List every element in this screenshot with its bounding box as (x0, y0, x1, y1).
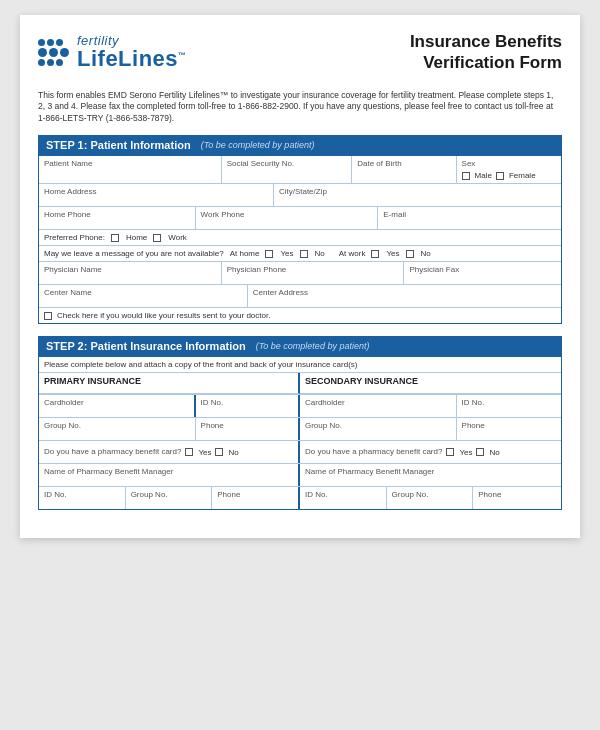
pri-pharmacy-yes-checkbox[interactable] (185, 448, 193, 456)
at-work-no-checkbox[interactable] (406, 250, 414, 258)
step2-completed-by: (To be completed by patient) (256, 341, 370, 351)
dot-icon (38, 59, 45, 66)
step2-title: STEP 2: Patient Insurance Information (46, 340, 246, 352)
form-row-center: Center Name Center Address (39, 285, 561, 308)
email-label: E-mail (383, 210, 556, 219)
physician-name-label: Physician Name (44, 265, 216, 274)
dot-icon (56, 39, 63, 46)
ins-col-headers: PRIMARY INSURANCE SECONDARY INSURANCE (39, 373, 561, 395)
dob-label: Date of Birth (357, 159, 450, 168)
pri-id-cell: ID No. (196, 395, 300, 417)
sec-pharmacy-yes-checkbox[interactable] (446, 448, 454, 456)
logo-dots (38, 39, 69, 66)
sec-pharmacy-no-checkbox[interactable] (476, 448, 484, 456)
sec-pharmacy-mgr-cell: Name of Pharmacy Benefit Manager (300, 464, 561, 486)
center-name-label: Center Name (44, 288, 242, 297)
sex-cell: Sex Male Female (457, 156, 561, 183)
ins-bottom-row: ID No. Group No. Phone ID No. Group No. … (39, 487, 561, 509)
sex-options: Male Female (462, 171, 556, 180)
logo-lifelines: LifeLines™ (77, 48, 187, 70)
sec-group-cell: Group No. (300, 418, 457, 440)
dot-icon (38, 48, 47, 57)
sec-phone2-cell: Phone (473, 487, 561, 509)
ins-note: Please complete below and attach a copy … (39, 357, 561, 373)
step1-title: STEP 1: Patient Information (46, 139, 191, 151)
dot-icon (49, 48, 58, 57)
dot-icon (56, 59, 63, 66)
pri-pharmacy-cell: Do you have a pharmacy benefit card? Yes… (39, 441, 300, 463)
dot-icon (60, 48, 69, 57)
header: fertility LifeLines™ Insurance Benefits … (38, 31, 562, 80)
pri-id2-cell: ID No. (39, 487, 126, 509)
send-results-row: Check here if you would like your result… (39, 308, 561, 323)
form-row-phone: Home Phone Work Phone E-mail (39, 207, 561, 230)
step2-header: STEP 2: Patient Insurance Information (T… (38, 336, 562, 356)
work-phone-label: Work Phone (201, 210, 373, 219)
step1-header: STEP 1: Patient Information (To be compl… (38, 135, 562, 155)
pri-group2-cell: Group No. (126, 487, 213, 509)
sex-label: Sex (462, 159, 556, 168)
dot-icon (38, 39, 45, 46)
patient-name-cell: Patient Name (39, 156, 222, 183)
city-state-zip-cell: City/State/Zip (274, 184, 561, 206)
ins-group-row: Group No. Phone Group No. Phone (39, 418, 561, 441)
intro-text: This form enables EMD Serono Fertility L… (38, 90, 562, 126)
pri-phone2-cell: Phone (212, 487, 300, 509)
ins-pharmacy-mgr-row: Name of Pharmacy Benefit Manager Name of… (39, 464, 561, 487)
sec-group2-cell: Group No. (387, 487, 474, 509)
center-address-cell: Center Address (248, 285, 561, 307)
primary-ins-header: PRIMARY INSURANCE (39, 373, 300, 394)
dot-icon (47, 39, 54, 46)
logo-area: fertility LifeLines™ (38, 34, 187, 70)
step1-completed-by: (To be completed by patient) (201, 140, 315, 150)
pri-cardholder-cell: Cardholder (39, 395, 196, 417)
center-address-label: Center Address (253, 288, 556, 297)
ins-cardholder-row: Cardholder ID No. Cardholder ID No. (39, 395, 561, 418)
ssn-cell: Social Security No. (222, 156, 353, 183)
secondary-ins-header: SECONDARY INSURANCE (300, 373, 561, 394)
physician-fax-cell: Physician Fax (404, 262, 561, 284)
home-phone-label: Home Phone (44, 210, 190, 219)
logo-text: fertility LifeLines™ (77, 34, 187, 70)
sec-id2-cell: ID No. (300, 487, 387, 509)
physician-name-cell: Physician Name (39, 262, 222, 284)
city-state-zip-label: City/State/Zip (279, 187, 556, 196)
step2-form: Please complete below and attach a copy … (38, 356, 562, 510)
step1-form: Patient Name Social Security No. Date of… (38, 155, 562, 324)
form-title-heading: Insurance Benefits Verification Form (410, 31, 562, 74)
patient-name-label: Patient Name (44, 159, 216, 168)
dot-icon (47, 59, 54, 66)
at-work-yes-checkbox[interactable] (371, 250, 379, 258)
pref-work-checkbox[interactable] (153, 234, 161, 242)
sec-id-cell: ID No. (457, 395, 561, 417)
work-phone-cell: Work Phone (196, 207, 379, 229)
form-page: fertility LifeLines™ Insurance Benefits … (20, 15, 580, 538)
ins-pharmacy-row: Do you have a pharmacy benefit card? Yes… (39, 441, 561, 464)
at-home-no-checkbox[interactable] (300, 250, 308, 258)
physician-phone-label: Physician Phone (227, 265, 399, 274)
home-address-label: Home Address (44, 187, 268, 196)
pref-home-checkbox[interactable] (111, 234, 119, 242)
sec-pharmacy-cell: Do you have a pharmacy benefit card? Yes… (300, 441, 561, 463)
pri-pharmacy-no-checkbox[interactable] (215, 448, 223, 456)
form-row-physician: Physician Name Physician Phone Physician… (39, 262, 561, 285)
leave-msg-row: May we leave a message of you are not av… (39, 246, 561, 262)
email-cell: E-mail (378, 207, 561, 229)
physician-phone-cell: Physician Phone (222, 262, 405, 284)
send-results-checkbox[interactable] (44, 312, 52, 320)
pri-phone-cell: Phone (196, 418, 300, 440)
sec-phone-cell: Phone (457, 418, 561, 440)
pri-group-cell: Group No. (39, 418, 196, 440)
form-title: Insurance Benefits Verification Form (410, 31, 562, 74)
female-checkbox[interactable] (496, 172, 504, 180)
form-row-patient-name: Patient Name Social Security No. Date of… (39, 156, 561, 184)
pri-pharmacy-mgr-cell: Name of Pharmacy Benefit Manager (39, 464, 300, 486)
home-address-cell: Home Address (39, 184, 274, 206)
physician-fax-label: Physician Fax (409, 265, 556, 274)
at-home-yes-checkbox[interactable] (265, 250, 273, 258)
dob-cell: Date of Birth (352, 156, 456, 183)
male-checkbox[interactable] (462, 172, 470, 180)
center-name-cell: Center Name (39, 285, 248, 307)
ssn-label: Social Security No. (227, 159, 347, 168)
home-phone-cell: Home Phone (39, 207, 196, 229)
